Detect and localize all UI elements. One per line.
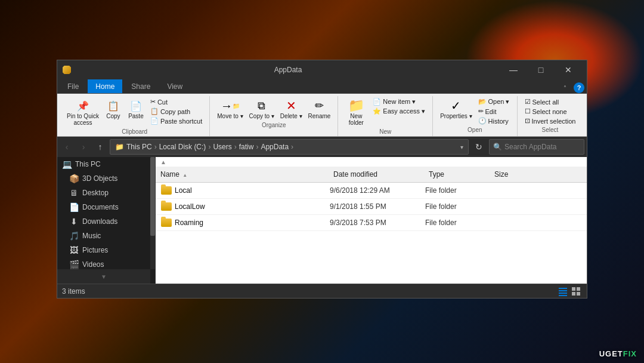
- column-header-date[interactable]: Date modified: [329, 169, 424, 180]
- paste-icon: 📄: [129, 99, 143, 113]
- path-users: Users: [213, 143, 231, 151]
- clipboard-label: Clipboard: [122, 128, 147, 135]
- detail-view-button[interactable]: [557, 285, 569, 297]
- clipboard-small-buttons: ✂ Cut 📋 Copy path 📄 Paste shortcut: [148, 97, 205, 125]
- maximize-button[interactable]: □: [527, 60, 555, 79]
- forward-button[interactable]: ›: [76, 140, 91, 154]
- address-path[interactable]: 📁 This PC › Local Disk (C:) › Users › fa…: [110, 139, 469, 155]
- tab-file[interactable]: File: [60, 79, 86, 93]
- sidebar-item-this-pc[interactable]: 💻 This PC: [57, 157, 155, 171]
- open-icon: 📂: [478, 98, 487, 106]
- history-button[interactable]: 🕐 History: [476, 116, 512, 125]
- table-row[interactable]: Local 9/6/2018 12:29 AM File folder: [156, 183, 587, 199]
- minimize-button[interactable]: —: [500, 60, 527, 79]
- copy-button[interactable]: 📋 Copy: [103, 97, 124, 121]
- delete-button[interactable]: ✕ Delete ▾: [278, 97, 305, 121]
- copy-path-button[interactable]: 📋 Copy path: [148, 107, 205, 116]
- copy-to-button[interactable]: ⧉ Copy to ▾: [247, 97, 277, 121]
- invert-selection-button[interactable]: ⊡ Invert selection: [522, 116, 578, 125]
- column-header-size[interactable]: Size: [490, 169, 587, 180]
- move-icon: →📁: [223, 99, 237, 113]
- sidebar-item-label-documents: Documents: [82, 203, 119, 211]
- file-date-roaming: 9/3/2018 7:53 PM: [330, 219, 425, 227]
- sidebar-item-music[interactable]: 🎵 Music: [57, 229, 155, 243]
- sidebar-item-label-3d-objects: 3D Objects: [82, 174, 117, 183]
- new-folder-icon: 📁: [349, 99, 363, 113]
- file-date-localLow: 9/1/2018 1:55 PM: [330, 202, 425, 211]
- rename-button[interactable]: ✏ Rename: [306, 97, 333, 121]
- help-button[interactable]: ?: [574, 82, 584, 93]
- sidebar-item-documents[interactable]: 📄 Documents: [57, 200, 155, 214]
- select-all-button[interactable]: ☑ Select all: [522, 97, 578, 106]
- column-header-name[interactable]: Name ▲: [156, 169, 329, 180]
- table-row[interactable]: LocalLow 9/1/2018 1:55 PM File folder: [156, 199, 587, 215]
- properties-button[interactable]: ✓ Properties ▾: [438, 97, 474, 121]
- window-title: AppData: [76, 66, 500, 74]
- paste-button[interactable]: 📄 Paste: [125, 97, 147, 121]
- search-icon: 🔍: [493, 143, 502, 151]
- sidebar-bottom-scroll: ▼: [57, 269, 150, 284]
- sidebar-item-pictures[interactable]: 🖼 Pictures: [57, 243, 155, 257]
- new-item-col: 📄 New item ▾ ⭐ Easy access ▾: [370, 97, 428, 116]
- cut-button[interactable]: ✂ Cut: [148, 97, 205, 106]
- ribbon-collapse-button[interactable]: ˄: [559, 84, 571, 93]
- new-item-button[interactable]: 📄 New item ▾: [370, 97, 428, 106]
- move-to-button[interactable]: →📁 Move to ▾: [215, 97, 245, 121]
- paste-shortcut-icon: 📄: [150, 117, 159, 125]
- sidebar-item-label-this-pc: This PC: [75, 160, 101, 168]
- close-button[interactable]: ✕: [555, 60, 582, 79]
- this-pc-icon: 💻: [62, 159, 72, 169]
- edit-button[interactable]: ✏ Edit: [476, 107, 512, 116]
- table-row[interactable]: Roaming 9/3/2018 7:53 PM File folder: [156, 215, 587, 231]
- copy-path-icon: 📋: [150, 107, 159, 115]
- sidebar-item-label-music: Music: [82, 232, 101, 240]
- svg-rect-7: [577, 292, 580, 296]
- svg-rect-1: [559, 290, 567, 291]
- back-button[interactable]: ‹: [60, 140, 74, 154]
- file-type-localLow: File folder: [425, 202, 491, 211]
- documents-icon: 📄: [69, 202, 79, 212]
- sidebar-item-desktop[interactable]: 🖥 Desktop: [57, 186, 155, 200]
- path-appdata: AppData: [261, 143, 289, 151]
- svg-rect-3: [559, 295, 567, 296]
- path-sep-4: ›: [256, 143, 258, 151]
- easy-access-button[interactable]: ⭐ Easy access ▾: [370, 107, 428, 116]
- tab-share[interactable]: Share: [123, 79, 158, 93]
- column-header-type[interactable]: Type: [424, 169, 490, 180]
- sidebar-item-downloads[interactable]: ⬇ Downloads: [57, 214, 155, 229]
- select-group: ☑ Select all ☐ Select none ⊡ Invert sele…: [518, 96, 583, 136]
- path-this-pc: This PC: [126, 143, 152, 151]
- title-controls: — □ ✕: [500, 60, 582, 79]
- refresh-button[interactable]: ↻: [471, 139, 487, 155]
- window-icon: [62, 65, 72, 75]
- file-list-header: Name ▲ Date modified Type Size: [156, 167, 587, 183]
- large-icon-view-button[interactable]: [570, 285, 582, 297]
- tab-home[interactable]: Home: [88, 79, 122, 93]
- pin-to-quick-access-button[interactable]: 📌 Pin to Quickaccess: [64, 97, 101, 127]
- sidebar-item-3d-objects[interactable]: 📦 3D Objects: [57, 171, 155, 186]
- sidebar: 💻 This PC 📦 3D Objects 🖥 Desktop 📄 Docum…: [57, 157, 156, 284]
- paste-shortcut-button[interactable]: 📄 Paste shortcut: [148, 116, 205, 125]
- file-date-local: 9/6/2018 12:29 AM: [330, 186, 425, 195]
- view-controls: [557, 285, 582, 297]
- folder-icon-localLow: [160, 201, 172, 213]
- new-label: New: [379, 128, 391, 135]
- folder-icon-local: [160, 184, 172, 196]
- invert-selection-icon: ⊡: [525, 117, 530, 125]
- title-bar: AppData — □ ✕: [57, 60, 587, 79]
- search-placeholder: Search AppData: [504, 143, 556, 151]
- open-button[interactable]: 📂 Open ▾: [476, 97, 512, 106]
- sidebar-scrollbar-thumb: [150, 157, 155, 236]
- up-button[interactable]: ↑: [93, 140, 107, 154]
- new-group: 📁 Newfolder 📄 New item ▾ ⭐ Easy access ▾…: [338, 96, 433, 136]
- select-none-button[interactable]: ☐ Select none: [522, 107, 578, 116]
- status-bar: 3 items: [57, 284, 587, 298]
- select-none-icon: ☐: [525, 107, 531, 115]
- tab-view[interactable]: View: [159, 79, 190, 93]
- path-folder-icon: 📁: [115, 143, 124, 151]
- sidebar-scrollbar[interactable]: [150, 157, 155, 269]
- explorer-window: AppData — □ ✕ File Home Share View ˄ ? 📌…: [57, 60, 587, 299]
- organize-buttons: →📁 Move to ▾ ⧉ Copy to ▾ ✕ Delete ▾ ✏ Re…: [215, 97, 333, 121]
- search-box[interactable]: 🔍 Search AppData: [489, 139, 584, 155]
- new-folder-button[interactable]: 📁 Newfolder: [343, 97, 369, 127]
